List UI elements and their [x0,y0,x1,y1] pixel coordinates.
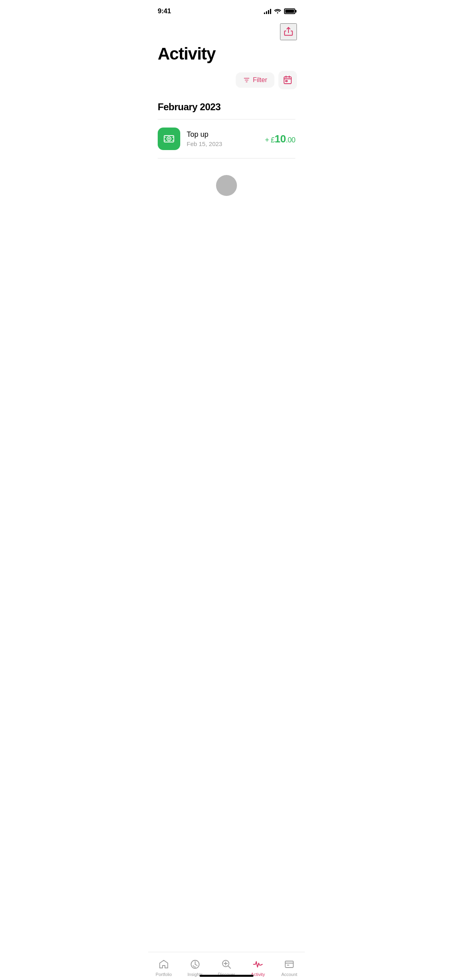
svg-rect-3 [284,77,291,84]
item-divider [158,158,295,159]
transaction-item[interactable]: Top up Feb 15, 2023 + £10.00 [148,119,305,158]
amount-main: 10 [275,133,286,145]
signal-icon [264,8,271,14]
transaction-icon [158,128,180,150]
page-title: Activity [148,40,305,64]
amount-prefix: + £ [265,136,275,144]
battery-icon [284,8,295,14]
share-button[interactable] [280,23,297,40]
transaction-name: Top up [187,130,259,139]
filter-button[interactable]: Filter [236,72,274,88]
transaction-amount: + £10.00 [265,133,295,145]
header [148,20,305,40]
transaction-details: Top up Feb 15, 2023 [187,130,259,147]
main-content: Activity Filter February 2023 [148,40,305,199]
status-icons [264,8,295,15]
amount-decimal: .00 [286,136,295,144]
scroll-indicator [216,175,237,196]
calendar-button[interactable] [278,71,297,89]
topup-icon [163,133,175,145]
filter-label: Filter [253,76,267,84]
svg-rect-7 [286,80,287,82]
status-time: 9:41 [158,7,171,15]
share-icon [283,26,294,38]
month-section: February 2023 [148,89,305,119]
filter-row: Filter [148,64,305,89]
status-bar: 9:41 [148,0,305,20]
month-label: February 2023 [158,101,295,113]
calendar-icon [283,75,292,85]
transaction-date: Feb 15, 2023 [187,140,259,147]
wifi-icon [274,8,281,15]
